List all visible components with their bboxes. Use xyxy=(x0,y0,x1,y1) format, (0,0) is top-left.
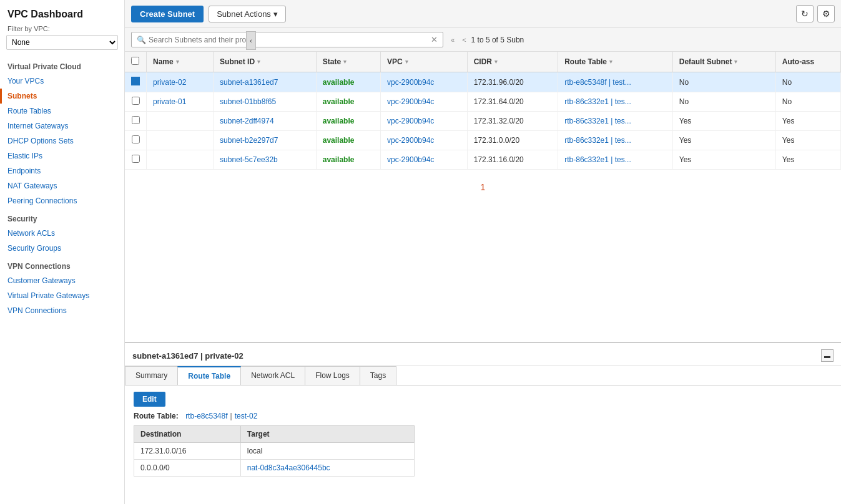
route-table-separator: | xyxy=(230,412,232,420)
row-name-link[interactable]: private-02 xyxy=(153,78,186,87)
select-all-header[interactable] xyxy=(125,52,147,72)
sidebar-item-subnets[interactable]: Subnets xyxy=(0,89,124,104)
row-cidr: 172.31.32.0/20 xyxy=(467,112,558,131)
sidebar-item-endpoints[interactable]: Endpoints xyxy=(0,163,124,178)
sidebar-item-peering-connections[interactable]: Peering Connections xyxy=(0,193,124,208)
tab-flow-logs[interactable]: Flow Logs xyxy=(305,366,360,385)
row-subnet-id-link[interactable]: subnet-b2e297d7 xyxy=(220,136,278,145)
create-subnet-button[interactable]: Create Subnet xyxy=(131,6,204,22)
sort-name-icon: ▾ xyxy=(176,59,179,65)
sidebar-item-virtual-private-gateways[interactable]: Virtual Private Gateways xyxy=(0,288,124,303)
row-subnet-id-link[interactable]: subnet-5c7ee32b xyxy=(220,155,278,164)
row-vpc-link[interactable]: vpc-2900b94c xyxy=(387,78,434,87)
col-subnet-id[interactable]: Subnet ID▾ xyxy=(214,52,317,72)
col-default-subnet[interactable]: Default Subnet▾ xyxy=(672,52,775,72)
chevron-down-icon: ▾ xyxy=(273,9,278,19)
row-state: available xyxy=(316,112,380,131)
row-subnet-id: subnet-2dff4974 xyxy=(214,112,317,131)
row-checkbox-cell[interactable] xyxy=(125,112,147,131)
row-route-table-link[interactable]: rtb-86c332e1 | tes... xyxy=(564,117,631,125)
row-checkbox[interactable] xyxy=(132,97,140,105)
row-auto-assign: Yes xyxy=(775,131,840,150)
row-route-table-link[interactable]: rtb-86c332e1 | tes... xyxy=(564,155,631,164)
sidebar-collapse-button[interactable]: ‹ xyxy=(246,31,256,50)
route-table-row: 0.0.0.0/0nat-0d8c3a4ae306445bc xyxy=(134,460,415,477)
sidebar-item-elastic-ips[interactable]: Elastic IPs xyxy=(0,148,124,163)
col-cidr[interactable]: CIDR▾ xyxy=(467,52,558,72)
table-row[interactable]: private-02subnet-a1361ed7availablevpc-29… xyxy=(125,72,841,92)
row-vpc-link[interactable]: vpc-2900b94c xyxy=(387,97,434,106)
section-vpn-title: VPN Connections xyxy=(0,256,124,273)
pagination-info: 1 to 5 of 5 Subn xyxy=(471,36,524,44)
settings-button[interactable]: ⚙ xyxy=(817,5,835,22)
table-row[interactable]: private-01subnet-01bb8f65availablevpc-29… xyxy=(125,92,841,112)
search-input[interactable] xyxy=(149,36,431,44)
detail-expand-button[interactable]: ▬ xyxy=(821,349,834,362)
row-checkbox-cell[interactable] xyxy=(125,150,147,170)
route-target-link[interactable]: nat-0d8c3a4ae306445bc xyxy=(247,463,330,472)
col-route-table[interactable]: Route Table▾ xyxy=(558,52,673,72)
edit-button[interactable]: Edit xyxy=(134,392,165,407)
row-subnet-id-link[interactable]: subnet-a1361ed7 xyxy=(220,78,278,87)
col-auto-assign[interactable]: Auto-ass xyxy=(775,52,840,72)
route-col-target: Target xyxy=(240,426,414,443)
sidebar-item-your-vpcs[interactable]: Your VPCs xyxy=(0,74,124,89)
detail-title: subnet-a1361ed7 | private-02 xyxy=(132,351,243,361)
col-state[interactable]: State▾ xyxy=(316,52,380,72)
row-vpc-link[interactable]: vpc-2900b94c xyxy=(387,136,434,145)
row-subnet-id-link[interactable]: subnet-01bb8f65 xyxy=(220,97,276,106)
row-checkbox[interactable] xyxy=(132,135,140,143)
pagination-first-button[interactable]: « xyxy=(448,35,457,45)
select-all-checkbox[interactable] xyxy=(131,57,139,65)
tab-summary[interactable]: Summary xyxy=(125,366,178,385)
sidebar-item-network-acls[interactable]: Network ACLs xyxy=(0,226,124,241)
row-cidr: 172.31.16.0/20 xyxy=(467,150,558,170)
row-checkbox-cell[interactable] xyxy=(125,72,147,92)
row-checkbox-cell[interactable] xyxy=(125,131,147,150)
sidebar-item-security-groups[interactable]: Security Groups xyxy=(0,241,124,256)
row-vpc-link[interactable]: vpc-2900b94c xyxy=(387,117,434,125)
row-checkbox-selected[interactable] xyxy=(131,77,140,85)
tab-route-table[interactable]: Route Table xyxy=(177,366,241,385)
col-vpc[interactable]: VPC▾ xyxy=(380,52,467,72)
sidebar-item-nat-gateways[interactable]: NAT Gateways xyxy=(0,178,124,193)
row-route-table-link[interactable]: rtb-86c332e1 | tes... xyxy=(564,136,631,145)
row-subnet-id-link[interactable]: subnet-2dff4974 xyxy=(220,117,274,125)
vpc-filter-select[interactable]: None xyxy=(6,35,118,50)
tab-tags[interactable]: Tags xyxy=(360,366,396,385)
subnet-actions-label: Subnet Actions xyxy=(217,9,271,19)
main-content: Create Subnet Subnet Actions ▾ ↻ ⚙ 🔍 ✕ «… xyxy=(125,0,841,504)
detail-tabs: Summary Route Table Network ACL Flow Log… xyxy=(125,366,841,385)
row-checkbox-cell[interactable] xyxy=(125,92,147,112)
row-name xyxy=(147,150,214,170)
route-table-name-link[interactable]: test-02 xyxy=(235,412,258,420)
route-table-id-link[interactable]: rtb-e8c5348f xyxy=(185,412,227,420)
search-clear-icon[interactable]: ✕ xyxy=(431,35,438,44)
row-vpc-link[interactable]: vpc-2900b94c xyxy=(387,155,434,164)
pagination-prev-button[interactable]: < xyxy=(460,35,468,45)
row-name-link[interactable]: private-01 xyxy=(153,97,186,106)
row-subnet-id: subnet-a1361ed7 xyxy=(214,72,317,92)
sidebar-item-route-tables[interactable]: Route Tables xyxy=(0,104,124,119)
sidebar-item-dhcp-options[interactable]: DHCP Options Sets xyxy=(0,133,124,148)
row-auto-assign: Yes xyxy=(775,150,840,170)
sidebar-item-vpn-connections[interactable]: VPN Connections xyxy=(0,303,124,318)
row-auto-assign: Yes xyxy=(775,112,840,131)
row-checkbox[interactable] xyxy=(132,155,140,163)
row-checkbox[interactable] xyxy=(132,116,140,124)
row-route-table: rtb-e8c5348f | test... xyxy=(558,72,673,92)
row-route-table-link[interactable]: rtb-86c332e1 | tes... xyxy=(564,97,631,106)
row-route-table-link[interactable]: rtb-e8c5348f | test... xyxy=(564,78,631,87)
subnet-actions-button[interactable]: Subnet Actions ▾ xyxy=(209,6,286,22)
table-row[interactable]: subnet-5c7ee32bavailablevpc-2900b94c172.… xyxy=(125,150,841,170)
col-name[interactable]: Name▾ xyxy=(147,52,214,72)
table-row[interactable]: subnet-2dff4974availablevpc-2900b94c172.… xyxy=(125,112,841,131)
search-bar: 🔍 ✕ « < 1 to 5 of 5 Subn xyxy=(125,28,841,52)
row-state-value: available xyxy=(323,136,355,145)
sidebar-item-customer-gateways[interactable]: Customer Gateways xyxy=(0,273,124,288)
tab-network-acl[interactable]: Network ACL xyxy=(240,366,305,385)
table-row[interactable]: subnet-b2e297d7availablevpc-2900b94c172.… xyxy=(125,131,841,150)
refresh-button[interactable]: ↻ xyxy=(796,5,814,22)
route-target[interactable]: nat-0d8c3a4ae306445bc xyxy=(240,460,414,477)
sidebar-item-internet-gateways[interactable]: Internet Gateways xyxy=(0,119,124,133)
